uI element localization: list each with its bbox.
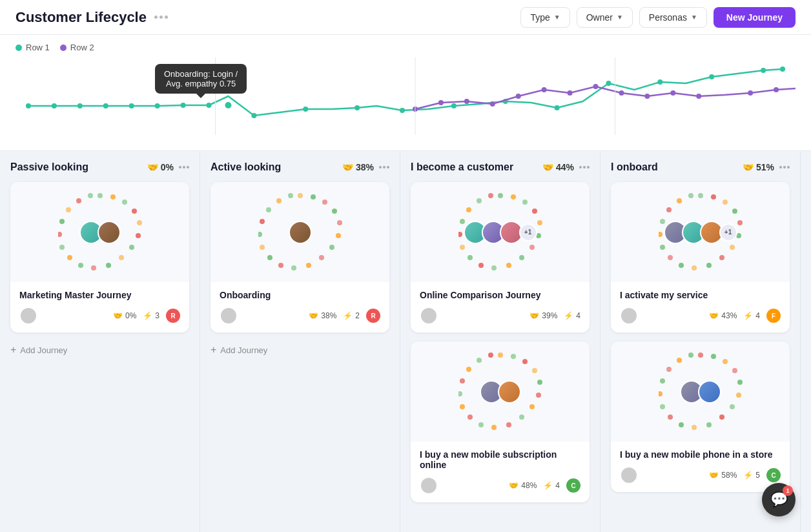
card-footer: 🤝 48% ⚡ 4 C xyxy=(420,476,580,495)
card-footer: 🤝 39% ⚡ 4 xyxy=(420,307,580,325)
empathy-stat: 🤝 0% xyxy=(113,311,136,320)
card-info: Online Comparison Journey 🤝 39% ⚡ 4 xyxy=(411,282,590,332)
svg-point-64 xyxy=(319,255,324,260)
actions-stat: ⚡ 3 xyxy=(143,311,159,320)
journey-card-marketing[interactable]: Marketing Master Journey 🤝 0% ⚡ 3 R xyxy=(10,182,189,332)
card-info: I buy a new mobile phone in a store 🤝 58… xyxy=(611,442,790,492)
card-info: I activate my service 🤝 43% ⚡ 4 F xyxy=(611,282,790,332)
svg-point-102 xyxy=(491,425,497,430)
avatar xyxy=(698,380,721,404)
notification-button[interactable]: 💬 1 xyxy=(762,483,796,517)
svg-point-91 xyxy=(477,198,482,203)
svg-point-45 xyxy=(129,245,134,250)
svg-point-134 xyxy=(736,393,741,398)
svg-point-108 xyxy=(466,367,471,372)
personas-filter-button[interactable]: Personas ▼ xyxy=(639,7,707,28)
svg-point-124 xyxy=(659,232,662,237)
svg-point-144 xyxy=(666,367,672,372)
svg-point-106 xyxy=(458,391,462,396)
card-stats: 🤝 58% ⚡ 5 C xyxy=(709,468,781,482)
svg-point-71 xyxy=(260,219,265,224)
column-more-icon[interactable] xyxy=(579,166,590,169)
empathy-icon: 🤝 xyxy=(709,311,719,320)
svg-point-46 xyxy=(119,255,124,260)
svg-point-44 xyxy=(136,233,141,238)
ring-container: +1 xyxy=(458,190,542,274)
journey-card-mobile-subscription[interactable]: I buy a new mobile subscription online 🤝… xyxy=(411,342,590,502)
journey-card-comparison[interactable]: +1 Online Comparison Journey 🤝 39% ⚡ xyxy=(411,182,590,332)
svg-point-107 xyxy=(460,378,465,384)
avatar-cluster xyxy=(480,380,521,404)
svg-point-31 xyxy=(670,90,675,96)
stage-tag: C xyxy=(766,468,781,482)
svg-point-17 xyxy=(657,79,662,85)
svg-point-66 xyxy=(291,265,296,271)
actions-icon: ⚡ xyxy=(343,311,353,320)
stage-tag: C xyxy=(566,478,580,493)
svg-point-104 xyxy=(467,414,473,420)
svg-point-28 xyxy=(593,84,599,89)
owner-filter-button[interactable]: Owner ▼ xyxy=(577,7,633,28)
svg-point-50 xyxy=(67,255,72,260)
column-onboard-title: I onboard xyxy=(611,161,658,173)
svg-point-115 xyxy=(737,220,743,225)
empathy-icon: 🤝 xyxy=(342,162,353,172)
svg-point-33 xyxy=(748,90,753,96)
column-more-icon[interactable] xyxy=(779,166,790,169)
actions-stat: ⚡ 5 xyxy=(743,471,760,480)
more-options-icon[interactable] xyxy=(154,15,168,19)
empathy-icon: 🤝 xyxy=(709,471,719,480)
ring-container xyxy=(659,350,743,434)
add-journey-button[interactable]: + Add Journey xyxy=(10,342,189,358)
actions-stat: ⚡ 2 xyxy=(343,311,360,320)
add-journey-button[interactable]: + Add Journey xyxy=(210,342,389,358)
journey-card-onboarding[interactable]: Onboarding 🤝 38% ⚡ 2 R xyxy=(210,182,389,332)
svg-point-119 xyxy=(706,263,712,268)
column-active-meta: 🤝 38% xyxy=(342,162,389,172)
actions-icon: ⚡ xyxy=(543,481,553,490)
svg-point-112 xyxy=(711,194,716,200)
svg-point-81 xyxy=(529,245,535,250)
empathy-icon: 🤝 xyxy=(147,162,158,172)
svg-point-138 xyxy=(692,425,697,430)
svg-point-130 xyxy=(711,354,716,359)
plus-icon: + xyxy=(210,344,216,356)
svg-point-84 xyxy=(491,265,497,271)
column-passive-title: Passive looking xyxy=(10,161,88,173)
column-more-icon[interactable] xyxy=(379,166,389,169)
svg-point-24 xyxy=(490,101,495,107)
legend-dot-row2 xyxy=(60,45,67,51)
journey-card-phone-store[interactable]: I buy a new mobile phone in a store 🤝 58… xyxy=(611,342,790,492)
svg-point-70 xyxy=(258,232,262,237)
new-journey-button[interactable]: New Journey xyxy=(713,7,796,28)
type-filter-button[interactable]: Type ▼ xyxy=(520,7,570,28)
svg-point-111 xyxy=(698,193,703,198)
passive-empathy-score: 🤝 0% xyxy=(147,162,174,172)
svg-point-47 xyxy=(106,263,111,268)
chart-legend: Row 1 Row 2 xyxy=(15,43,796,52)
svg-point-11 xyxy=(354,105,360,110)
svg-point-93 xyxy=(498,353,503,358)
card-title: I activate my service xyxy=(620,290,781,300)
svg-point-18 xyxy=(709,74,714,79)
avatar-more: +1 xyxy=(519,223,537,241)
svg-point-83 xyxy=(506,263,511,268)
svg-point-69 xyxy=(260,245,265,250)
journey-card-activate[interactable]: +1 I activate my service 🤝 43% ⚡ xyxy=(611,182,790,332)
owner-avatar xyxy=(420,476,438,495)
svg-point-137 xyxy=(706,422,712,427)
empathy-stat: 🤝 58% xyxy=(709,471,737,480)
svg-point-103 xyxy=(478,422,484,427)
card-stats: 🤝 43% ⚡ 4 F xyxy=(709,309,781,323)
avatar-more: +1 xyxy=(719,223,737,241)
svg-point-62 xyxy=(336,233,341,238)
svg-point-131 xyxy=(723,359,728,364)
svg-point-75 xyxy=(498,193,503,198)
svg-point-26 xyxy=(542,87,547,92)
svg-point-90 xyxy=(466,207,471,212)
avatar-cluster xyxy=(289,221,312,244)
card-title: Online Comparison Journey xyxy=(420,290,580,300)
column-more-icon[interactable] xyxy=(179,166,189,169)
avatar-cluster: +1 xyxy=(464,221,537,244)
chevron-down-icon: ▼ xyxy=(691,14,697,21)
